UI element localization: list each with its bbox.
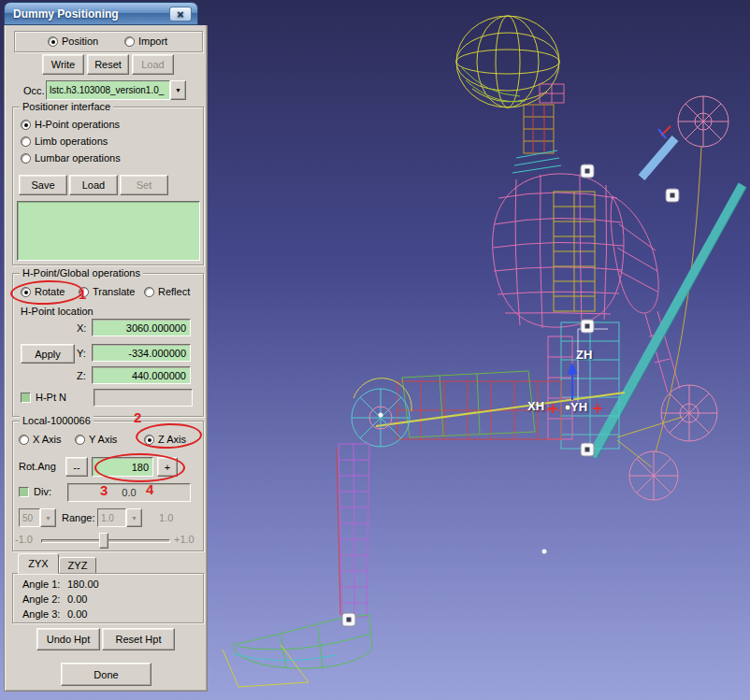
radio-label: Translate (93, 286, 135, 297)
radio-label: Reflect (158, 286, 190, 297)
radio-lumbar-operations[interactable]: Lumbar operations (21, 152, 121, 164)
joint-marker (581, 320, 594, 333)
head-sensor-box (540, 84, 564, 103)
radio-label: Lumbar operations (35, 152, 121, 164)
radio-rotate[interactable]: Rotate (21, 286, 65, 297)
dummy-torso (493, 174, 624, 328)
radio-position-label: Position (62, 36, 98, 47)
slider-max-label: +1.0 (174, 534, 195, 545)
x-value-field[interactable]: 3060.000000 (92, 319, 191, 336)
dummy-knee (352, 389, 410, 447)
radio-dot (21, 120, 31, 130)
chevron-down-icon[interactable]: ▼ (170, 80, 186, 100)
radio-hpoint-operations[interactable]: H-Point operations (21, 119, 120, 130)
radio-reflect[interactable]: Reflect (144, 286, 190, 297)
dummy-spine (554, 192, 595, 311)
tab-zyx[interactable]: ZYX (18, 553, 59, 574)
occupant-dropdown[interactable]: lstc.h3.103008_version1.0_ ▼ (46, 80, 186, 100)
hpt-n-checkbox[interactable] (21, 393, 31, 403)
radio-position[interactable]: Position (48, 36, 98, 47)
group-legend: H-Point/Global operations (20, 267, 143, 279)
mode-box (14, 31, 203, 52)
radio-limb-operations[interactable]: Limb operations (21, 136, 108, 147)
close-icon[interactable]: ✕ (169, 7, 192, 21)
axis-label-zh: ZH (576, 348, 592, 362)
radio-dot (21, 136, 31, 147)
radio-import[interactable]: Import (124, 36, 167, 47)
radio-dot (19, 435, 29, 445)
axis-label-xh: XH (527, 399, 544, 413)
hpoint-axis-arrow (568, 364, 577, 400)
radio-label: Limb operations (35, 136, 108, 147)
hpt-n-field[interactable] (94, 389, 193, 407)
div-checkbox[interactable] (19, 487, 29, 497)
radio-dot (21, 287, 31, 297)
radio-dot (124, 36, 135, 47)
axis-label-yh: YH (570, 400, 587, 414)
apply-button[interactable]: Apply (21, 344, 75, 364)
radio-dot (48, 36, 58, 47)
radio-label: X Axis (33, 434, 62, 445)
angle2-label: Angle 2: (22, 593, 60, 605)
radio-import-label: Import (138, 36, 167, 47)
write-button[interactable]: Write (42, 54, 84, 75)
angles-box: Angle 1: 180.00 Angle 2: 0.00 Angle 3: 0… (12, 573, 204, 623)
tab-zyz[interactable]: ZYZ (59, 557, 96, 574)
shoulder-wheel (678, 96, 728, 147)
radio-translate[interactable]: Translate (79, 286, 135, 297)
joint-marker (581, 164, 594, 178)
dummy-neck (524, 105, 554, 153)
chevron-down-icon[interactable]: ▼ (40, 508, 56, 527)
y-label: Y: (77, 348, 86, 359)
z-value-field[interactable]: 440.000000 (92, 366, 191, 384)
reset-button[interactable]: Reset (87, 54, 129, 75)
radio-dot (21, 153, 31, 164)
range-value: 1.0 (97, 508, 126, 527)
hpt-n-label: H-Pt N (36, 392, 66, 403)
hand-wheel-upper (661, 385, 717, 441)
save-button[interactable]: Save (19, 175, 67, 195)
radio-dot (75, 435, 85, 445)
rotate-minus-button[interactable]: -- (65, 457, 88, 477)
hand-wheel-lower (629, 451, 678, 500)
rot-ang-label: Rot.Ang (19, 461, 56, 472)
count-value: 50 (19, 508, 40, 527)
load-button: Load (132, 54, 174, 75)
angle3-value: 0.00 (67, 608, 87, 620)
done-button[interactable]: Done (61, 663, 151, 686)
dummy-positioning-dialog: Dummy Positioning ✕ Position Import Writ… (4, 2, 208, 692)
radio-label: H-Point operations (35, 119, 120, 130)
rotate-plus-button[interactable]: + (157, 457, 178, 477)
div-label: Div: (34, 486, 51, 497)
radio-label: Y Axis (89, 434, 117, 445)
group-hpoint-global: H-Point/Global operations Rotate Transla… (12, 273, 204, 417)
radio-x-axis[interactable]: X Axis (19, 434, 62, 445)
reset-hpt-button[interactable]: Reset Hpt (102, 628, 175, 650)
dummy-shin (339, 444, 369, 617)
range-dropdown[interactable]: 1.0 ▼ (97, 508, 142, 527)
count-dropdown[interactable]: 50 ▼ (19, 508, 56, 527)
joint-marker (342, 613, 355, 626)
group-positioner-interface: Positioner interface H-Point operations … (12, 107, 204, 265)
position-listbox[interactable] (17, 201, 200, 261)
radio-label: Rotate (35, 286, 65, 297)
rotation-angle-field[interactable]: 180 (92, 457, 153, 477)
dialog-panel: Position Import Write Reset Load Occ. ls… (4, 25, 208, 692)
range-step-value: 1.0 (159, 512, 173, 523)
radio-z-axis[interactable]: Z Axis (144, 434, 186, 445)
load-positioner-button[interactable]: Load (69, 175, 118, 195)
div-value-field[interactable]: 0.0 (67, 483, 191, 502)
mini-axis-triad (658, 126, 671, 138)
y-value-field[interactable]: -334.000000 (92, 344, 191, 362)
undo-hpt-button[interactable]: Undo Hpt (36, 628, 100, 650)
radio-y-axis[interactable]: Y Axis (75, 434, 117, 445)
window-title: Dummy Positioning (13, 7, 119, 21)
chevron-down-icon[interactable]: ▼ (126, 508, 142, 527)
hpoint-location-label: H-Point location (21, 306, 94, 317)
radio-dot (79, 287, 89, 297)
group-legend: Local-1000066 (20, 415, 94, 426)
slider-thumb[interactable] (99, 533, 108, 549)
title-bar[interactable]: Dummy Positioning ✕ (4, 2, 198, 25)
group-local-axis: Local-1000066 X Axis Y Axis Z Axis Rot.A… (12, 421, 204, 551)
joint-marker (666, 189, 679, 202)
